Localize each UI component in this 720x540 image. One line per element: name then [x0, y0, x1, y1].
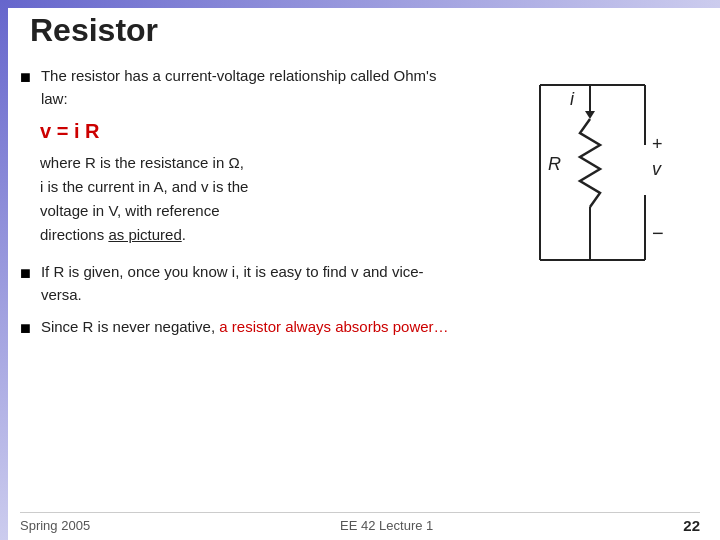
footer-left: Spring 2005 — [20, 518, 90, 533]
minus-label: − — [652, 222, 664, 244]
where-line3: voltage in V, with reference — [40, 202, 220, 219]
circuit-svg: i + R v − — [500, 75, 680, 285]
bullet-3-text: Since R is never negative, a resistor al… — [41, 316, 449, 339]
bullet-3-pre: Since R is never negative, — [41, 318, 219, 335]
bullet-1-text: The resistor has a current-voltage relat… — [41, 65, 460, 110]
footer: Spring 2005 EE 42 Lecture 1 22 — [20, 512, 700, 534]
bullet-3: ■ Since R is never negative, a resistor … — [20, 316, 460, 339]
resistor-label: R — [548, 154, 561, 174]
where-text: where R is the resistance in Ω, i is the… — [40, 151, 460, 247]
bullet-icon-2: ■ — [20, 263, 31, 284]
page-number: 22 — [683, 517, 700, 534]
bullet-2: ■ If R is given, once you know i, it is … — [20, 261, 460, 306]
bullet-1: ■ The resistor has a current-voltage rel… — [20, 65, 460, 110]
bullet-icon-1: ■ — [20, 67, 31, 88]
where-line4-underline: as pictured — [108, 226, 181, 243]
bullet-2-text: If R is given, once you know i, it is ea… — [41, 261, 460, 306]
where-line2: i is the current in A, and v is the — [40, 178, 248, 195]
page-title: Resistor — [30, 12, 700, 49]
where-line4-pre: directions — [40, 226, 108, 243]
formula: v = i R — [40, 120, 460, 143]
circuit-diagram: i + R v − — [480, 65, 700, 349]
where-line1: where R is the resistance in Ω, — [40, 154, 244, 171]
bullet-icon-3: ■ — [20, 318, 31, 339]
where-line4-post: . — [182, 226, 186, 243]
plus-label: + — [652, 134, 663, 154]
current-label: i — [570, 89, 575, 109]
svg-marker-1 — [585, 111, 595, 119]
bullet-3-red: a resistor always absorbs power… — [219, 318, 448, 335]
voltage-label: v — [652, 159, 662, 179]
footer-center: EE 42 Lecture 1 — [340, 518, 433, 533]
top-decorative-bar — [0, 0, 720, 8]
left-decorative-bar — [0, 0, 8, 540]
